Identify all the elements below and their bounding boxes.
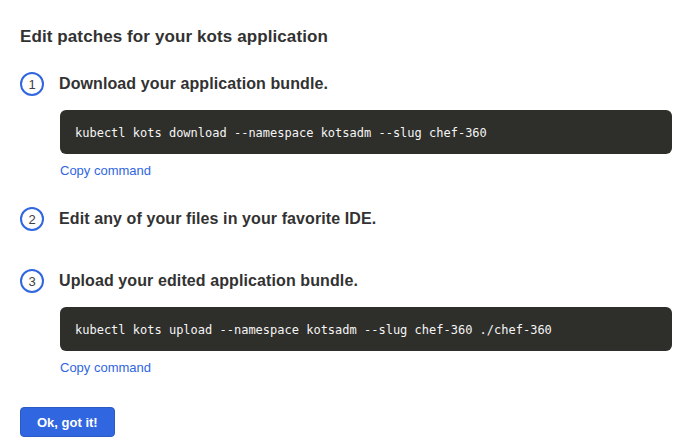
upload-command-text: kubectl kots upload --namespace kotsadm … [75,323,552,337]
copy-download-command-link[interactable]: Copy command [60,163,151,178]
footer: Ok, got it! [20,407,672,437]
step-1-heading: Download your application bundle. [59,75,328,93]
step-2-heading: Edit any of your files in your favorite … [59,210,376,228]
upload-command-snippet: kubectl kots upload --namespace kotsadm … [60,307,672,351]
step-1-row: 1 Download your application bundle. [20,72,672,96]
copy-upload-command-link[interactable]: Copy command [60,360,151,375]
edit-patches-panel: Edit patches for your kots application 1… [0,0,690,437]
step-2-number-badge: 2 [20,207,44,231]
download-command-text: kubectl kots download --namespace kotsad… [75,126,487,140]
step-1-number-badge: 1 [20,72,44,96]
step-3-number-badge: 3 [20,269,44,293]
download-command-snippet: kubectl kots download --namespace kotsad… [60,110,672,154]
step-1-body: kubectl kots download --namespace kotsad… [60,110,672,179]
page-title: Edit patches for your kots application [20,27,672,47]
step-2-row: 2 Edit any of your files in your favorit… [20,207,672,231]
step-3-body: kubectl kots upload --namespace kotsadm … [60,307,672,376]
step-3-heading: Upload your edited application bundle. [59,272,358,290]
step-3-row: 3 Upload your edited application bundle. [20,269,672,293]
ok-got-it-button[interactable]: Ok, got it! [20,407,115,437]
